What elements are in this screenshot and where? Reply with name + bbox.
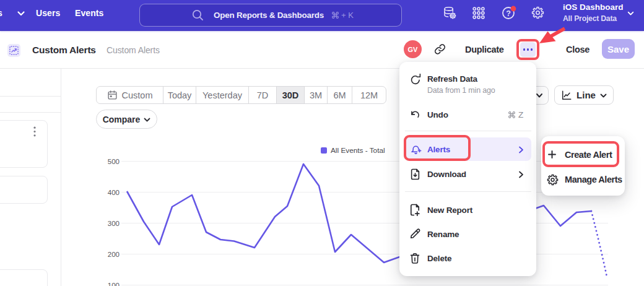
svg-text:500: 500: [108, 158, 120, 165]
svg-text:200: 200: [108, 251, 120, 258]
svg-text:?: ?: [506, 9, 511, 18]
svg-text:300: 300: [108, 220, 120, 227]
svg-text:100: 100: [108, 282, 120, 286]
svg-text:400: 400: [108, 189, 120, 196]
